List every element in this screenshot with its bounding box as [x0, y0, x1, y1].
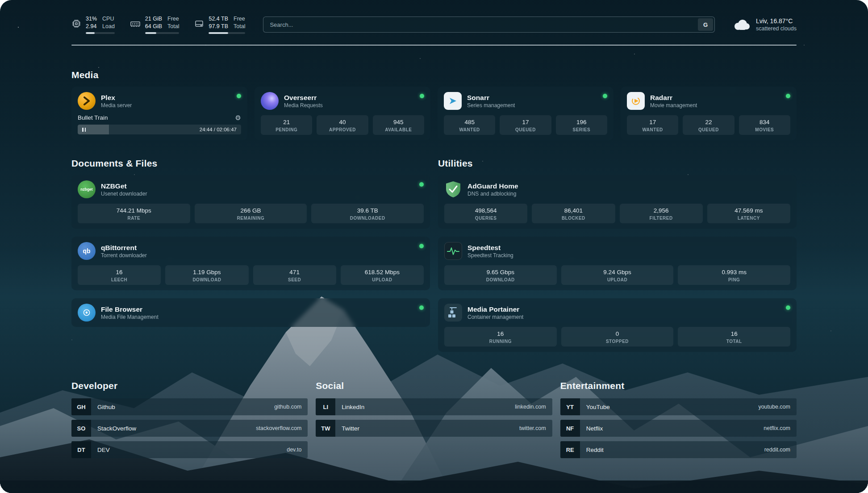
overseerr-stats: 21 PENDING 40 APPROVED 945 AVAILABLE	[261, 115, 424, 135]
stat-label: QUEUED	[501, 127, 549, 132]
app-tile-filebrowser[interactable]: File Browser Media File Management	[78, 304, 424, 322]
section-title-utilities: Utilities	[438, 158, 797, 169]
stat-queued: 17 QUEUED	[500, 115, 551, 135]
stat-latency: 47.569 ms LATENCY	[707, 204, 790, 223]
bookmark-stackoverflow[interactable]: SO StackOverflow stackoverflow.com	[71, 420, 308, 437]
disk-widget: 52.4 TB 97.9 TB Free Total	[194, 15, 245, 34]
stat-label: DOWNLOADED	[313, 216, 422, 221]
stat-ping: 0.993 ms PING	[678, 265, 790, 285]
adguard-stats: 498,564 QUERIES 86,401 BLOCKED 2,956 FIL…	[444, 204, 790, 223]
stat-value: 16	[680, 330, 789, 338]
stat-label: SERIES	[558, 127, 605, 132]
speedtest-icon	[444, 242, 462, 260]
section-title-social: Social	[316, 380, 552, 391]
stat-value: 1.19 Gbps	[167, 268, 246, 276]
stat-label: TOTAL	[680, 339, 789, 344]
stat-blocked: 86,401 BLOCKED	[532, 204, 615, 223]
documents-column: Documents & Files nzbget NZBGet Usenet d…	[71, 158, 430, 360]
app-name-speedtest: Speedtest	[467, 243, 513, 252]
stat-queued: 22 QUEUED	[683, 115, 734, 135]
stat-label: DOWNLOAD	[167, 277, 246, 282]
bookmark-name: DEV	[97, 447, 110, 453]
stat-label: APPROVED	[318, 127, 366, 132]
stat-running: 16 RUNNING	[444, 327, 557, 347]
app-tile-qbittorrent[interactable]: qb qBittorrent Torrent downloader	[78, 242, 424, 260]
weather-widget: Lviv, 16.87°C scattered clouds	[733, 17, 797, 32]
disk-free-value: 52.4 TB	[209, 15, 228, 22]
status-indicator-portainer	[786, 305, 790, 310]
now-playing-title: Bullet Train	[78, 114, 108, 121]
bookmark-linkedin[interactable]: LI LinkedIn linkedin.com	[316, 398, 552, 415]
app-tile-nzbget[interactable]: nzbget NZBGet Usenet downloader	[78, 180, 424, 198]
app-card-filebrowser: File Browser Media File Management	[71, 298, 430, 327]
app-tile-adguard[interactable]: AdGuard Home DNS and adblocking	[444, 180, 790, 198]
stat-value: 0	[563, 330, 672, 338]
app-tile-portainer[interactable]: Media Portainer Container management	[444, 304, 790, 322]
qbittorrent-icon: qb	[78, 242, 96, 260]
bookmark-netflix[interactable]: NF Netflix netflix.com	[560, 420, 797, 437]
app-card-plex: Plex Media server Bullet Train ⚙ 24:44 /…	[71, 87, 247, 140]
nzbget-stats: 744.21 Mbps RATE 266 GB REMAINING 39.6 T…	[78, 204, 424, 223]
stat-label: QUERIES	[446, 216, 526, 221]
bookmark-name: Github	[97, 404, 115, 410]
settings-gear-icon[interactable]: ⚙	[235, 114, 241, 121]
search-engine-badge[interactable]: G	[698, 18, 713, 31]
portainer-icon	[444, 304, 462, 322]
cpu-load-label: Load	[102, 23, 115, 30]
stat-value: 471	[255, 268, 334, 276]
media-grid: Plex Media server Bullet Train ⚙ 24:44 /…	[71, 87, 797, 140]
sonarr-stats: 485 WANTED 17 QUEUED 196 SERIES	[444, 115, 607, 135]
app-tile-speedtest[interactable]: Speedtest Speedtest Tracking	[444, 242, 790, 260]
app-tile-plex[interactable]: Plex Media server	[78, 92, 241, 110]
weather-location: Lviv, 16.87°C	[756, 17, 797, 25]
bookmark-github[interactable]: GH Github github.com	[71, 398, 308, 415]
weather-condition: scattered clouds	[756, 25, 797, 32]
app-card-portainer: Media Portainer Container management 16 …	[438, 298, 797, 352]
stat-rate: 744.21 Mbps RATE	[78, 204, 190, 223]
ram-free-value: 21 GiB	[145, 15, 162, 22]
search-input[interactable]	[263, 17, 715, 33]
stat-upload: 9.24 Gbps UPLOAD	[561, 265, 674, 285]
section-title-entertainment: Entertainment	[560, 380, 797, 391]
stat-label: REMAINING	[196, 216, 305, 221]
ram-widget: 21 GiB 64 GiB Free Total	[130, 15, 179, 34]
stat-value: 2,956	[622, 207, 701, 214]
bookmark-youtube[interactable]: YT YouTube youtube.com	[560, 398, 797, 415]
stat-label: UPLOAD	[342, 277, 422, 282]
app-name-nzbget: NZBGet	[101, 182, 147, 190]
stat-label: WANTED	[446, 127, 493, 132]
bookmark-abbr: RE	[560, 441, 580, 458]
stat-label: STOPPED	[563, 339, 672, 344]
cpu-icon	[71, 19, 81, 29]
bookmark-twitter[interactable]: TW Twitter twitter.com	[316, 420, 552, 437]
stat-value: 485	[446, 118, 493, 126]
portainer-stats: 16 RUNNING 0 STOPPED 16 TOTAL	[444, 327, 790, 347]
disk-free-label: Free	[234, 15, 245, 22]
stat-wanted: 485 WANTED	[444, 115, 495, 135]
stat-upload: 618.52 Mbps UPLOAD	[341, 265, 424, 285]
section-title-developer: Developer	[71, 380, 308, 391]
stat-value: 17	[501, 118, 549, 126]
stat-stopped: 0 STOPPED	[561, 327, 674, 347]
playback-progress-bar[interactable]: 24:44 / 02:06:47	[78, 125, 241, 134]
bookmark-name: Netflix	[586, 425, 603, 432]
status-indicator-nzbget	[419, 182, 424, 187]
app-tile-overseerr[interactable]: Overseerr Media Requests	[261, 92, 424, 110]
system-widgets: 31% 2.94 CPU Load	[71, 15, 245, 34]
pause-button[interactable]	[82, 128, 86, 132]
app-name-plex: Plex	[101, 93, 132, 102]
app-name-adguard: AdGuard Home	[467, 182, 518, 190]
app-card-nzbget: nzbget NZBGet Usenet downloader 744.21 M…	[71, 175, 430, 229]
bookmark-url: stackoverflow.com	[256, 425, 301, 431]
stat-label: PING	[680, 277, 789, 282]
app-tile-sonarr[interactable]: Sonarr Series management	[444, 92, 607, 110]
stat-label: LATENCY	[709, 216, 789, 221]
status-indicator-plex	[237, 94, 241, 98]
bookmark-reddit[interactable]: RE Reddit reddit.com	[560, 441, 797, 458]
disk-usage-bar	[209, 32, 245, 34]
app-tile-radarr[interactable]: Radarr Movie management	[627, 92, 790, 110]
bookmark-dev[interactable]: DT DEV dev.to	[71, 441, 308, 458]
status-indicator-overseerr	[420, 94, 424, 98]
playback-time: 24:44 / 02:06:47	[200, 127, 237, 132]
bookmarks-developer: Developer GH Github github.com SO StackO…	[71, 380, 308, 463]
